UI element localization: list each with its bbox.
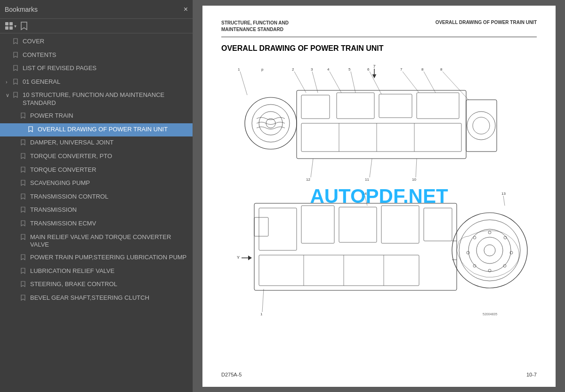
bookmark-flag-icon	[13, 92, 20, 100]
header-left-line2: MAINTENANCE STANDARD	[221, 27, 283, 32]
bookmark-label: BEVEL GEAR SHAFT,STEERING CLUTCH	[30, 294, 189, 302]
bookmark-icon-button[interactable]	[20, 22, 28, 30]
svg-line-38	[370, 72, 381, 94]
bookmark-label: MAIN RELIEF VALVE AND TORQUE CONVERTER V…	[30, 233, 189, 249]
svg-text:5: 5	[348, 67, 351, 72]
engine-diagram-top: 7 1 p 2 3 4 5 6 7 8 8	[224, 62, 534, 184]
bookmark-label: 01 GENERAL	[23, 78, 189, 86]
bookmark-item-steering-brake[interactable]: STEERING, BRAKE CONTROL	[0, 278, 193, 292]
svg-point-19	[266, 119, 275, 128]
svg-text:10: 10	[412, 177, 416, 182]
bookmark-item-general[interactable]: ›01 GENERAL	[0, 76, 193, 89]
bookmark-label: TRANSMISSION CONTROL	[30, 193, 189, 201]
svg-text:6: 6	[367, 67, 370, 72]
grid-view-button[interactable]: ▾	[5, 22, 16, 30]
close-button[interactable]: ×	[184, 6, 188, 13]
header-left: STRUCTURE, FUNCTION AND MAINTENANCE STAN…	[221, 20, 289, 33]
svg-line-37	[351, 72, 355, 93]
bookmark-item-main-relief[interactable]: MAIN RELIEF VALVE AND TORQUE CONVERTER V…	[0, 231, 193, 252]
bookmark-item-cover[interactable]: COVER	[0, 35, 193, 49]
bookmark-item-contents[interactable]: CONTENTS	[0, 49, 193, 63]
bookmark-item-trans-control[interactable]: TRANSMISSION CONTROL	[0, 191, 193, 204]
bookmark-label: POWER TRAIN PUMP,STEERING LUBRICATION PU…	[30, 254, 189, 262]
bookmark-flag-icon	[13, 79, 20, 87]
svg-point-30	[467, 112, 495, 140]
bookmark-flag-icon	[13, 65, 20, 73]
svg-line-33	[240, 72, 247, 95]
grid-icon	[5, 22, 13, 30]
svg-point-71	[488, 231, 491, 234]
bookmark-label: STEERING, BRAKE CONTROL	[30, 280, 189, 288]
bookmark-label: TORQUE CONVERTER	[30, 166, 189, 174]
bookmarks-toolbar: ▾	[0, 19, 193, 33]
svg-rect-58	[301, 206, 334, 243]
svg-rect-21	[301, 95, 330, 119]
svg-rect-23	[379, 94, 412, 118]
svg-rect-59	[339, 207, 377, 242]
bookmarks-list: COVERCONTENTSLIST OF REVISED PAGES›01 GE…	[0, 33, 193, 392]
bookmark-item-trans-ecmv[interactable]: TRANSMISSION ECMV	[0, 217, 193, 231]
svg-line-35	[312, 72, 318, 93]
svg-point-73	[510, 251, 513, 254]
svg-line-54	[503, 196, 505, 206]
svg-rect-57	[259, 208, 297, 250]
bookmark-item-power-train[interactable]: POWER TRAIN	[0, 110, 193, 123]
svg-rect-3	[9, 26, 13, 30]
bookmark-item-torque-pto[interactable]: TORQUE CONVERTER, PTO	[0, 150, 193, 164]
bookmark-flag-icon	[21, 139, 27, 148]
doc-footer: D275A-5 10-7	[221, 372, 537, 377]
svg-point-31	[473, 117, 490, 134]
bookmark-label: CONTENTS	[23, 51, 189, 59]
header-right: OVERALL DRAWING OF POWER TRAIN UNIT	[436, 20, 537, 33]
footer-model: D275A-5	[221, 372, 242, 377]
bookmark-item-revised[interactable]: LIST OF REVISED PAGES	[0, 62, 193, 76]
bookmark-label: COVER	[23, 38, 189, 46]
document-panel: STRUCTURE, FUNCTION AND MAINTENANCE STAN…	[193, 0, 565, 392]
svg-line-34	[294, 72, 306, 93]
svg-rect-0	[5, 22, 8, 25]
svg-rect-20	[297, 90, 466, 159]
bookmark-item-scavenging[interactable]: SCAVENGING PUMP	[0, 177, 193, 191]
bookmarks-header: Bookmarks ×	[0, 0, 193, 19]
svg-line-46	[370, 159, 372, 177]
bookmark-flag-icon	[28, 126, 35, 135]
bookmark-item-transmission[interactable]: TRANSMISSION	[0, 204, 193, 217]
svg-text:4: 4	[327, 67, 330, 72]
svg-rect-1	[9, 22, 13, 25]
svg-point-69	[476, 237, 503, 264]
bookmarks-title: Bookmarks	[5, 6, 38, 13]
bookmark-label: POWER TRAIN	[30, 112, 189, 120]
svg-point-76	[473, 264, 476, 267]
svg-text:1: 1	[260, 312, 263, 316]
svg-line-45	[311, 159, 313, 177]
bookmark-item-power-train-pump[interactable]: POWER TRAIN PUMP,STEERING LUBRICATION PU…	[0, 251, 193, 265]
bookmark-label: LIST OF REVISED PAGES	[23, 64, 189, 72]
svg-text:13: 13	[501, 192, 506, 196]
svg-text:12: 12	[306, 177, 310, 182]
bookmark-label: LUBRICATION RELIEF VALVE	[30, 267, 189, 275]
svg-text:14: 14	[363, 192, 367, 196]
bookmark-item-torque-converter[interactable]: TORQUE CONVERTER	[0, 164, 193, 177]
bookmark-label: SCAVENGING PUMP	[30, 179, 189, 187]
svg-text:11: 11	[365, 177, 369, 182]
svg-line-53	[365, 196, 367, 206]
svg-point-67	[459, 220, 520, 281]
bookmark-flag-icon	[21, 112, 27, 121]
svg-rect-2	[5, 26, 8, 30]
bookmark-item-structure[interactable]: ∨10 STRUCTURE, FUNCTION AND MAINTENANCE …	[0, 89, 193, 110]
bookmark-flag-icon	[21, 295, 27, 303]
diagram-area: 7 1 p 2 3 4 5 6 7 8 8	[221, 62, 537, 319]
svg-point-16	[245, 97, 297, 149]
svg-rect-62	[259, 255, 419, 286]
svg-point-17	[252, 104, 290, 142]
bookmark-item-damper[interactable]: DAMPER, UNIVERSAL JOINT	[0, 136, 193, 150]
bookmark-item-overall-drawing[interactable]: OVERALL DRAWING OF POWER TRAIN UNIT	[0, 123, 193, 137]
bookmark-flag-icon	[21, 268, 27, 276]
svg-rect-25	[301, 123, 461, 152]
doc-header: STRUCTURE, FUNCTION AND MAINTENANCE STAN…	[221, 20, 537, 37]
bookmarks-panel: Bookmarks × ▾ COVERCONTENTSLIST OF REVIS…	[0, 0, 193, 392]
bookmark-item-bevel-gear[interactable]: BEVEL GEAR SHAFT,STEERING CLUTCH	[0, 292, 193, 305]
svg-line-36	[330, 72, 341, 93]
bookmark-item-lubrication[interactable]: LUBRICATION RELIEF VALVE	[0, 265, 193, 279]
svg-text:8: 8	[440, 67, 443, 72]
